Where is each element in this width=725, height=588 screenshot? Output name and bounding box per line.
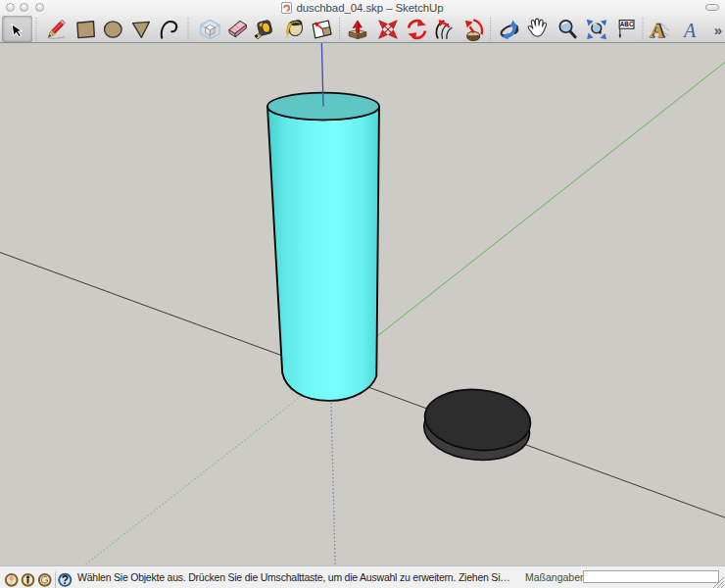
svg-text:»: » [714, 22, 722, 38]
svg-text:ABC: ABC [620, 21, 634, 27]
svg-text:?: ? [62, 573, 69, 587]
svg-text:A: A [650, 20, 666, 41]
svg-text:A: A [682, 20, 697, 41]
